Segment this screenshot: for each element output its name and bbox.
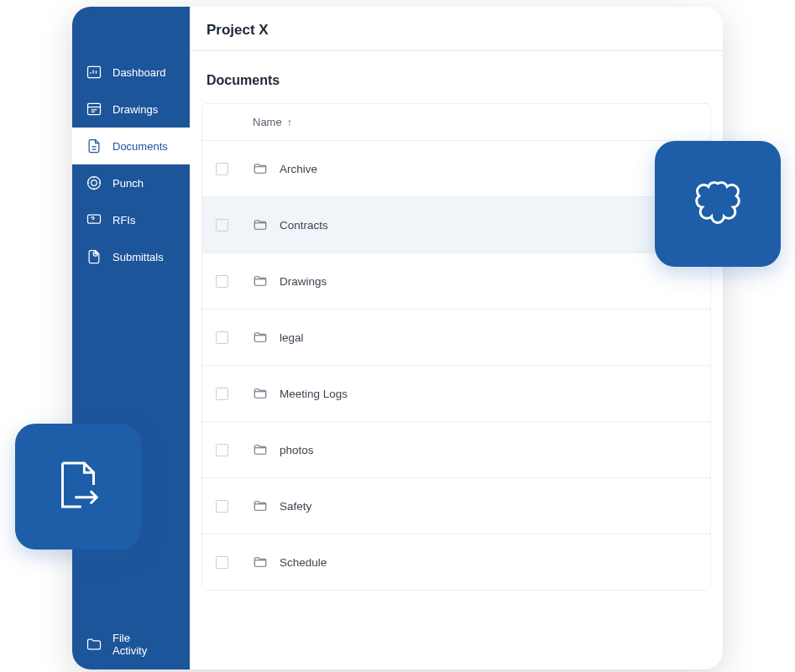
row-checkbox[interactable] [216, 556, 228, 569]
folder-icon [253, 555, 268, 570]
file-export-tile [15, 424, 141, 550]
svg-point-2 [88, 177, 101, 190]
row-checkbox[interactable] [216, 500, 228, 513]
row-name: Meeting Logs [280, 388, 348, 400]
folder-icon [253, 330, 268, 345]
sidebar-item-punch[interactable]: Punch [72, 164, 190, 201]
sidebar-item-label: Dashboard [112, 66, 166, 79]
submittals-icon [86, 248, 102, 265]
folder-icon [253, 161, 268, 176]
row-checkbox[interactable] [216, 331, 228, 344]
drawings-icon [86, 101, 102, 117]
table-row[interactable]: Safety [202, 478, 710, 534]
app-window: Dashboard Drawings Documents Punch [72, 7, 723, 669]
row-checkbox[interactable] [216, 444, 228, 456]
table-header: Name ↑ [202, 104, 710, 141]
sidebar-item-label: Submittals [112, 251, 164, 263]
sidebar-item-label: File Activity [112, 632, 147, 658]
row-name: Archive [280, 163, 317, 175]
row-name: legal [280, 331, 304, 344]
row-name: Schedule [280, 556, 327, 569]
main-content: Project X Documents Name ↑ Archive [190, 7, 723, 669]
row-name: photos [280, 444, 314, 456]
sidebar: Dashboard Drawings Documents Punch [72, 7, 190, 669]
sidebar-item-submittals[interactable]: Submittals [72, 238, 190, 275]
page-title: Documents [190, 51, 723, 103]
sidebar-item-label: Drawings [112, 103, 158, 116]
svg-rect-1 [88, 103, 101, 114]
sidebar-item-documents[interactable]: Documents [72, 128, 190, 164]
folder-icon [253, 386, 268, 401]
punch-icon [86, 175, 102, 191]
column-header-label: Name [253, 116, 282, 128]
column-header-name[interactable]: Name ↑ [253, 116, 292, 128]
svg-rect-0 [88, 66, 101, 77]
sidebar-item-label: RFIs [112, 214, 135, 227]
flower-tile [655, 141, 781, 267]
sort-ascending-icon: ↑ [287, 117, 292, 128]
table-row[interactable]: photos [202, 422, 710, 478]
project-title: Project X [207, 22, 706, 39]
sidebar-item-file-activity[interactable]: File Activity [72, 620, 190, 669]
table-row[interactable]: Meeting Logs [202, 366, 710, 422]
dashboard-icon [86, 64, 102, 81]
folder-icon [86, 636, 102, 653]
documents-icon [86, 138, 102, 154]
folder-icon [253, 442, 268, 457]
row-checkbox[interactable] [216, 388, 228, 400]
row-checkbox[interactable] [216, 275, 228, 288]
row-name: Safety [280, 500, 311, 513]
sidebar-item-label: Punch [112, 177, 144, 190]
row-checkbox[interactable] [216, 219, 228, 232]
row-name: Contracts [280, 219, 328, 232]
table-row[interactable]: Archive [202, 141, 710, 197]
row-checkbox[interactable] [216, 163, 228, 175]
table-row[interactable]: Schedule [202, 534, 710, 590]
row-name: Drawings [280, 275, 327, 288]
flower-icon [687, 171, 749, 237]
header: Project X [190, 7, 723, 51]
folder-icon [253, 273, 268, 289]
documents-table: Name ↑ Archive C [201, 103, 711, 591]
rfis-icon [86, 211, 102, 228]
table-row[interactable]: Contracts [202, 197, 710, 253]
file-export-icon [47, 454, 109, 519]
folder-icon [253, 498, 268, 513]
sidebar-item-rfis[interactable]: RFIs [72, 201, 190, 238]
sidebar-item-dashboard[interactable]: Dashboard [72, 54, 190, 91]
table-row[interactable]: legal [202, 310, 710, 366]
folder-icon [253, 217, 268, 232]
sidebar-item-drawings[interactable]: Drawings [72, 91, 190, 128]
table-row[interactable]: Drawings [202, 253, 710, 310]
sidebar-item-label: Documents [112, 140, 168, 153]
svg-point-3 [92, 180, 97, 186]
